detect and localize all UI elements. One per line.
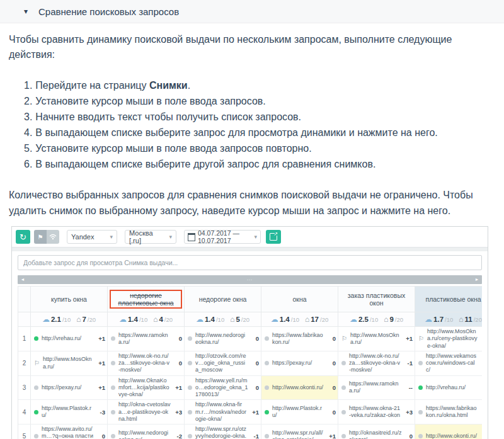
home-icon: ⌂	[230, 316, 234, 322]
result-url[interactable]: https://www.fabrikaokon.ru/okna.html	[426, 405, 479, 419]
result-url[interactable]: http://vrehau.ru/	[426, 384, 479, 391]
position-delta: 0	[94, 433, 105, 439]
status-marker	[341, 434, 346, 438]
result-url[interactable]: http://www.okonti.ru/	[426, 433, 479, 439]
position-delta: 0	[325, 384, 336, 391]
list-item: 6.В выпадающем списке выберите другой за…	[24, 156, 495, 172]
result-cell: http://www.spr.ru/all/okna-osteklenie/+1	[261, 425, 338, 439]
result-url[interactable]: http://www.nedorogieokna.ru/	[118, 430, 171, 439]
horizontal-scrollbar[interactable]: ◄ ⋯ ►	[18, 275, 482, 284]
status-marker	[188, 385, 192, 390]
result-url[interactable]: https://www.ramokna.ru/	[118, 332, 171, 346]
list-item: 1.Перейдите на страницу Снимки.	[24, 77, 495, 93]
status-marker	[265, 361, 269, 365]
row-number: 1	[18, 327, 31, 351]
result-url[interactable]: https://www.yell.ru/mo…edorogie_okna_117…	[195, 377, 248, 399]
date-range-value: 04.07.2017 — 10.07.2017	[198, 229, 251, 244]
position-delta: --	[402, 384, 413, 391]
date-range-picker[interactable]: 04.07.2017 — 10.07.2017 ▾	[184, 230, 261, 244]
flag-toggle-button[interactable]: ⚑	[34, 230, 47, 244]
status-marker	[418, 385, 423, 390]
collapse-arrow-icon[interactable]: ▾	[24, 7, 28, 16]
result-url[interactable]: http://www.okna-firm.r…/moskva/nedorogie…	[195, 401, 248, 423]
result-url[interactable]: http://www.MosOkna.ru/	[43, 356, 94, 370]
result-url[interactable]: http://www.ok-no.ru/za…stikovye-okna-v-m…	[118, 353, 171, 374]
refresh-icon: ↻	[20, 232, 26, 242]
position-delta: 0	[248, 384, 259, 391]
scrollbar-grip: ⋯	[247, 277, 253, 283]
wifi-icon	[49, 234, 57, 240]
home-icon: ⌂	[153, 316, 158, 322]
position-delta: +3	[171, 409, 182, 416]
status-marker	[265, 434, 269, 438]
result-url[interactable]: https://www.okna-21-veka.ru/zakaz-okon	[349, 405, 402, 419]
result-url[interactable]: https://www.avito.ru/m…?q=окна пластиков…	[42, 426, 94, 439]
position-delta: -1	[248, 433, 259, 439]
result-url[interactable]: http://www.vekamoscow.ru/windows-calc/	[426, 353, 479, 374]
query-column-header[interactable]: пластиковые окна	[415, 287, 482, 312]
result-url[interactable]: http://oknasitreid.ru/zakazat/	[349, 430, 402, 439]
result-url[interactable]: https://www.fabrikaokon.ru/	[272, 332, 325, 346]
result-url[interactable]: http://www.OknaKomfort…kcija/plastikovye…	[118, 377, 171, 399]
position-delta: -2	[171, 433, 182, 439]
result-url[interactable]: http://www.spr.ru/otzyvy/nedorogie-okna.…	[195, 426, 248, 439]
result-url[interactable]: http://otzovik.com/rev…ogie_okna_russia_…	[195, 353, 248, 374]
position-delta: +2	[479, 384, 482, 391]
status-marker	[188, 361, 192, 365]
result-url[interactable]: http://www.okonti.ru/	[272, 384, 325, 391]
intro-paragraph: Чтобы сравнить динамику поисковой выдачи…	[9, 32, 476, 62]
query-stats: ☁1.4/10 ⌂4/20	[108, 312, 185, 327]
cloud-icon: ☁	[425, 316, 432, 322]
search-engine-select[interactable]: Yandex ▾	[67, 230, 117, 244]
note-paragraph: Количество выбранных запросов для сравне…	[9, 187, 480, 219]
status-marker	[34, 361, 40, 366]
result-cell: http://www.Plastok.ru/0	[261, 400, 338, 425]
status-marker	[418, 336, 424, 341]
position-delta: 0	[171, 335, 182, 342]
query-column-header[interactable]: купить окна	[31, 287, 108, 312]
status-marker	[341, 385, 346, 390]
result-url[interactable]: http://www.MosOkna.ru/	[350, 332, 402, 346]
result-url[interactable]: http://okna-cvetoslava…e-plastikovye-okn…	[118, 401, 171, 423]
query-search-input[interactable]	[18, 255, 482, 270]
result-cell: http://www.MosOkna.ru/+1	[338, 327, 415, 351]
result-url[interactable]: http://www.Plastok.ru/	[272, 405, 325, 419]
export-button[interactable]	[266, 230, 281, 244]
query-column-header[interactable]: заказ пластиковых окон	[338, 287, 415, 312]
table-grid: купить окна недорогие пластиковые окна н…	[18, 286, 482, 439]
result-url[interactable]: http://www.Plastok.ru/	[42, 405, 94, 419]
result-url[interactable]: http://www.nedorogieokna.ru/	[195, 332, 248, 346]
scroll-right-icon[interactable]: ►	[472, 275, 482, 284]
result-cell: http://www.OknaKomfort…kcija/plastikovye…	[108, 376, 185, 401]
result-url[interactable]: https://pexay.ru/	[42, 384, 94, 391]
position-delta: +3	[402, 409, 413, 416]
result-url[interactable]: https://pexay.ru/	[272, 360, 325, 367]
region-select[interactable]: Москва [.ru] ▾	[125, 230, 176, 244]
status-marker	[418, 434, 423, 438]
wifi-toggle-button[interactable]	[47, 230, 59, 244]
query-column-header[interactable]: недорогие окна	[185, 287, 261, 312]
refresh-button[interactable]: ↻	[16, 230, 30, 244]
position-delta: 0	[248, 335, 259, 342]
result-url[interactable]: http://www.spr.ru/all/okna-osteklenie/	[272, 430, 325, 439]
list-item: 2.Установите курсор мыши в поле ввода за…	[24, 93, 495, 109]
query-column-header[interactable]: недорогие пластиковые окна	[108, 287, 185, 312]
status-marker	[34, 336, 38, 341]
result-url[interactable]: http://www.MosOkna.ru/ceny-plastikovye-o…	[427, 328, 479, 350]
result-cell: https://pexay.ru/0	[261, 351, 338, 376]
result-cell: http://otzovik.com/rev…ogie_okna_russia_…	[185, 351, 261, 376]
chevron-down-icon: ▾	[110, 234, 113, 240]
toolbar-divider	[12, 247, 488, 251]
result-url[interactable]: http://www.ok-no.ru/za…stikovye-okna-v-m…	[349, 353, 402, 374]
status-marker	[34, 385, 38, 390]
result-url[interactable]: https://www.ramokna.ru/	[349, 380, 402, 395]
list-item: 3.Начните вводить текст чтобы получить с…	[24, 109, 495, 125]
section-header[interactable]: ▾ Сравнение поисковых запросов	[0, 0, 504, 23]
home-icon: ⌂	[76, 316, 81, 322]
row-number: 3	[18, 376, 31, 401]
position-delta: +1	[325, 433, 336, 439]
result-url[interactable]: http://vrehau.ru/	[42, 335, 94, 342]
scroll-left-icon[interactable]: ◄	[18, 275, 28, 284]
query-column-header[interactable]: окна	[261, 287, 338, 312]
status-marker	[111, 336, 115, 341]
